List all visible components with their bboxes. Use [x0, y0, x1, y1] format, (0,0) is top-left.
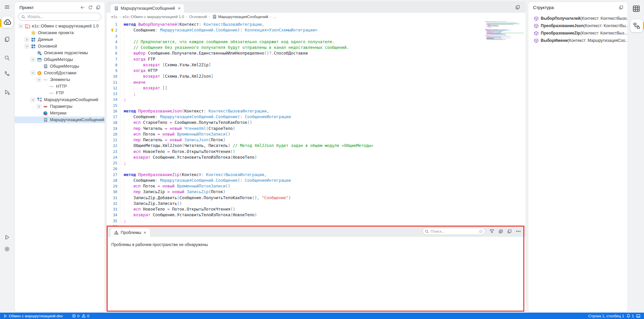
code-line[interactable]: когда FTP	[120, 57, 155, 62]
code-line[interactable]: пер ЗаписьZip = новый ЗаписьZip(Поток)	[120, 189, 226, 195]
pages-icon[interactable]	[0, 36, 14, 42]
code-line[interactable]: иначе	[120, 80, 145, 85]
tree-item-метрики[interactable]: Метрики	[15, 110, 105, 116]
breadcrumb-item[interactable]: e1c::Обмен с маршрутизацией 1.0	[123, 15, 184, 19]
tree-item-описание-подсистемы[interactable]: Описание подсистемы	[15, 50, 105, 56]
chevron-down-icon[interactable]	[24, 44, 30, 49]
tab-marshrutizaciya-soobshchenij[interactable]: МаршрутизацияСообщений ✕	[111, 4, 184, 13]
tree-item-способдоставки[interactable]: EСпособДоставки	[15, 70, 105, 76]
tree-item-общиеметоды[interactable]: ОбщиеМетоды	[15, 56, 105, 63]
tree-item-основной[interactable]: Основной	[15, 43, 105, 50]
tree-item-данные[interactable]: Данные	[15, 36, 105, 43]
settings-gear-icon[interactable]	[0, 246, 14, 252]
tree-item-http[interactable]: HTTP	[15, 83, 105, 90]
code-line[interactable]: Сообщение: МаршрутизацияСообщений.Сообще…	[120, 178, 291, 183]
code-line[interactable]: выбор Сообщение.Получатели.ЕдинственныйИ…	[120, 51, 308, 56]
tree-item-элементы[interactable]: Элементы	[15, 76, 105, 83]
chevron-right-icon[interactable]	[24, 37, 30, 42]
refresh-icon[interactable]	[88, 5, 93, 10]
tree-item-ftp[interactable]: FTP	[15, 90, 105, 96]
panel-layout-toggle[interactable]	[636, 314, 641, 318]
code-line[interactable]: исп Поток = новый ВременныйПотокЗаписи()	[120, 183, 230, 189]
code-line[interactable]: ЗаписьZip.Записать()	[120, 201, 182, 207]
chevron-down-icon[interactable]	[30, 57, 36, 62]
tree-item-маршрутизациясообщений[interactable]: МаршрутизацияСообщений	[15, 96, 105, 103]
close-icon[interactable]: ✕	[178, 6, 181, 11]
run-debug-icon[interactable]	[0, 89, 14, 95]
code-line[interactable]: возврат Сообщение.УстановитьТелоИзПотока…	[120, 155, 257, 160]
tree-item-описание-проекта[interactable]: Описание проекта	[15, 29, 105, 36]
structure-flow-icon[interactable]	[630, 19, 643, 32]
minimap[interactable]	[485, 21, 523, 41]
tree-item-параметры[interactable]: Параметры	[15, 103, 105, 110]
code-line[interactable]: исп Поток = новый ВременныйПотокЗаписи()	[120, 132, 230, 137]
chevron-down-icon[interactable]	[30, 97, 36, 102]
code-line[interactable]: когда HTTP	[120, 68, 158, 74]
code-line[interactable]: исп СтароеТело = Сообщение.ПолучитьТелоК…	[120, 120, 252, 126]
project-search[interactable]	[18, 13, 101, 21]
tree-item-маршрутизациясообщений[interactable]: МаршрутизацияСообщений	[15, 116, 105, 123]
code-line[interactable]: ОбщиеМетоды.Xml2Json(Читатель, Писатель)…	[120, 143, 373, 149]
filter-icon[interactable]	[489, 229, 494, 234]
code-line[interactable]: ЗаписьZip.Добавить(Сообщение.ПолучитьТел…	[120, 195, 291, 201]
chevron-down-icon[interactable]	[30, 70, 36, 76]
code-line[interactable]: Сообщение: МаршрутизацияСообщений.Сообще…	[120, 27, 317, 33]
search-icon[interactable]	[0, 55, 14, 61]
breadcrumb-item[interactable]: МаршрутизацияСообщений	[212, 14, 268, 19]
structure-item-преобразованиеzip[interactable]: ПреобразованиеZip (Контекст: КонтекстВыз…	[528, 29, 628, 37]
back-arrow-icon[interactable]	[80, 5, 85, 10]
code-line[interactable]: возврат [Схема.Узлы.Xml2Zip]	[120, 62, 211, 68]
breadcrumb-item[interactable]: ...	[273, 15, 277, 19]
breadcrumb-item[interactable]: e1c	[111, 15, 118, 19]
code-line[interactable]: ;	[120, 91, 136, 97]
structure-item-выборполучателей[interactable]: ВыборПолучателей (Контекст: КонтекстВызо…	[528, 15, 628, 22]
problems-search-input[interactable]	[431, 229, 477, 233]
code-line[interactable]	[120, 33, 133, 39]
code-line[interactable]: исп НовоеТело = Поток.ОткрытьПотокЧтения…	[120, 207, 235, 212]
chevron-down-icon[interactable]	[36, 77, 42, 82]
chevron-right-icon[interactable]	[36, 104, 42, 109]
code-line[interactable]: возврат []	[120, 85, 167, 91]
code-line[interactable]: // Сообщения без указанного получателя б…	[120, 45, 349, 51]
notifications[interactable]: 1	[626, 314, 634, 318]
branch-icon[interactable]	[0, 71, 14, 77]
duplicate-icon[interactable]	[619, 5, 624, 10]
split-editor-icon[interactable]	[515, 5, 520, 10]
project-search-input[interactable]	[27, 14, 98, 19]
run-icon[interactable]	[0, 234, 14, 240]
clear-icon[interactable]	[479, 229, 483, 234]
code-line[interactable]	[120, 103, 124, 108]
duplicate-icon[interactable]	[507, 229, 512, 234]
tab-problems[interactable]: Проблемы ✕	[111, 228, 150, 237]
tree-item-общиеметоды[interactable]: ОбщиеМетоды	[15, 63, 105, 70]
tree-item-e1c-обмен-с-маршрутизацией-1-0[interactable]: 1сe1c::Обмен с маршрутизацией 1.0	[15, 23, 105, 29]
close-icon[interactable]: ✕	[143, 231, 146, 235]
code-line[interactable]: возврат Сообщение.УстановитьТелоИзПотока…	[120, 212, 257, 218]
menu-icon[interactable]	[0, 4, 14, 10]
error-count[interactable]: 0	[72, 314, 79, 318]
code-line[interactable]	[120, 166, 124, 172]
structure-item-выборимени[interactable]: ВыборИмени (Контекст: МаршрутизацияСоо..…	[528, 37, 628, 44]
breadcrumb-item[interactable]: Основной	[189, 15, 207, 19]
more-icon[interactable]	[516, 229, 521, 234]
chevron-down-icon[interactable]	[18, 23, 23, 29]
code-line[interactable]: ;	[120, 97, 126, 102]
code-line[interactable]: ;	[120, 160, 126, 166]
duplicate-icon[interactable]	[96, 5, 101, 10]
code-line[interactable]: метод ПреобразованиеZip(Контекст: Контек…	[120, 172, 267, 178]
table-icon[interactable]	[632, 5, 640, 14]
code-line[interactable]: метод ВыборПолучателей(Контекст: Контекс…	[120, 22, 264, 27]
code-line[interactable]: ;	[120, 218, 126, 224]
open-new-icon[interactable]	[498, 229, 503, 234]
code-line[interactable]: // Предполагается, что каждое сообщение …	[120, 39, 335, 45]
code-editor[interactable]: 1метод ВыборПолучателей(Контекст: Контек…	[107, 21, 526, 226]
code-line[interactable]: пер Писатель = новый ЗаписьJson(Поток)	[120, 137, 225, 143]
run-configuration[interactable]: Обмен с маршрутизацией-dev	[3, 314, 63, 318]
cursor-position[interactable]: Строка 1, столбец 1	[588, 314, 624, 318]
code-line[interactable]: исп НовоеТело = Поток.ОткрытьПотокЧтения…	[120, 149, 235, 155]
warning-count[interactable]: 0	[81, 314, 89, 318]
code-line[interactable]: возврат [Схема.Узлы.Xml2Json]	[120, 74, 213, 79]
code-line[interactable]: метод ПреобразованиеJson(Контекст: Конте…	[120, 108, 269, 114]
problems-search[interactable]	[422, 228, 485, 235]
code-line[interactable]: пер Читатель = новый ЧтениеXml(СтароеТел…	[120, 126, 235, 132]
